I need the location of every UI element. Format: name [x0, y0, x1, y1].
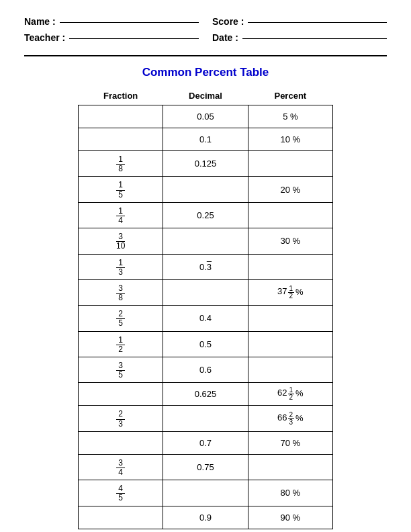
- table-row: 2 3 66 2 3 %: [79, 406, 333, 431]
- cell-percent: 5 %: [248, 105, 332, 128]
- cell-decimal: 0.7: [163, 431, 248, 454]
- name-pair: Name :: [24, 16, 199, 27]
- table-row: 2 5 0.4: [79, 306, 333, 331]
- cell-percent: 37 1 2 %: [248, 279, 332, 305]
- date-label: Date :: [212, 32, 238, 43]
- name-label: Name :: [24, 16, 56, 27]
- date-pair: Date :: [212, 32, 387, 43]
- table-row: 1 3 0.3: [79, 254, 333, 279]
- cell-fraction: [79, 383, 163, 406]
- cell-decimal: [163, 177, 248, 202]
- table-row: 0.7 70 %: [79, 431, 333, 454]
- fraction-display: 4 5: [116, 484, 125, 502]
- cell-fraction: 3 10: [79, 228, 163, 254]
- cell-fraction: [79, 128, 163, 151]
- cell-percent: 30 %: [248, 228, 332, 254]
- fraction-display: 1 5: [116, 181, 125, 199]
- cell-percent: 80 %: [248, 480, 332, 506]
- col-header-decimal: Decimal: [163, 89, 248, 105]
- fraction-display: 2 5: [116, 310, 125, 328]
- cell-percent: [248, 357, 332, 383]
- cell-fraction: 1 4: [79, 202, 163, 228]
- cell-decimal: 0.1: [163, 128, 248, 151]
- cell-fraction: [79, 506, 163, 529]
- date-line: [242, 38, 387, 39]
- table-row: 1 4 0.25: [79, 202, 333, 228]
- cell-percent: [248, 151, 332, 177]
- teacher-label: Teacher :: [24, 32, 65, 43]
- table-row: 0.9 90 %: [79, 506, 333, 529]
- cell-decimal: [163, 228, 248, 254]
- col-header-fraction: Fraction: [79, 89, 163, 105]
- table-row: 3 5 0.6: [79, 357, 333, 383]
- cell-percent: 20 %: [248, 177, 332, 202]
- fraction-display: 1 8: [116, 155, 125, 173]
- cell-fraction: 1 2: [79, 331, 163, 357]
- teacher-line: [69, 38, 199, 39]
- section-divider: [24, 55, 387, 56]
- cell-decimal: 0.125: [163, 151, 248, 177]
- table-row: 1 2 0.5: [79, 331, 333, 357]
- cell-fraction: 1 5: [79, 177, 163, 202]
- cell-fraction: [79, 431, 163, 454]
- cell-fraction: 2 3: [79, 406, 163, 431]
- cell-decimal: 0.4: [163, 306, 248, 331]
- score-line: [248, 22, 387, 23]
- cell-percent: 90 %: [248, 506, 332, 529]
- table-header-row: Fraction Decimal Percent: [79, 89, 333, 105]
- cell-decimal: [163, 480, 248, 506]
- mixed-percent-display: 37 1 2 %: [277, 285, 304, 300]
- fraction-display: 1 4: [116, 207, 125, 225]
- cell-percent: 70 %: [248, 431, 332, 454]
- fraction-display: 3 4: [116, 459, 125, 477]
- cell-decimal: [163, 406, 248, 431]
- fraction-display: 1 2: [116, 336, 125, 354]
- cell-decimal: 0.05: [163, 105, 248, 128]
- fraction-display: 1 3: [116, 259, 125, 277]
- fraction-display: 2 3: [116, 410, 125, 428]
- table-container: Fraction Decimal Percent 0.05 5 % 0.1 10…: [24, 89, 387, 529]
- page-title: Common Percent Table: [24, 66, 387, 79]
- score-label: Score :: [212, 16, 244, 27]
- cell-fraction: 1 3: [79, 254, 163, 279]
- cell-percent: 66 2 3 %: [248, 406, 332, 431]
- table-row: 3 4 0.75: [79, 454, 333, 480]
- mixed-percent-display: 62 1 2 %: [277, 387, 304, 401]
- name-line: [60, 22, 199, 23]
- cell-fraction: 2 5: [79, 306, 163, 331]
- percent-table: Fraction Decimal Percent 0.05 5 % 0.1 10…: [78, 89, 333, 529]
- cell-fraction: 3 8: [79, 279, 163, 305]
- cell-percent: [248, 306, 332, 331]
- cell-decimal: 0.5: [163, 331, 248, 357]
- teacher-row: Teacher : Date :: [24, 32, 387, 43]
- table-row: 3 8 37 1 2 %: [79, 279, 333, 305]
- fraction-display: 3 5: [116, 361, 125, 380]
- cell-fraction: 4 5: [79, 480, 163, 506]
- col-header-percent: Percent: [248, 89, 332, 105]
- cell-fraction: 3 4: [79, 454, 163, 480]
- cell-decimal: 0.25: [163, 202, 248, 228]
- table-row: 4 5 80 %: [79, 480, 333, 506]
- cell-decimal: 0.3: [163, 254, 248, 279]
- cell-decimal: 0.6: [163, 357, 248, 383]
- table-row: 1 8 0.125: [79, 151, 333, 177]
- table-row: 3 10 30 %: [79, 228, 333, 254]
- table-row: 0.625 62 1 2 %: [79, 383, 333, 406]
- fraction-display: 3 10: [114, 232, 127, 251]
- teacher-pair: Teacher :: [24, 32, 199, 43]
- score-pair: Score :: [212, 16, 387, 27]
- cell-decimal: 0.625: [163, 383, 248, 406]
- cell-percent: [248, 454, 332, 480]
- cell-fraction: 3 5: [79, 357, 163, 383]
- fraction-display: 3 8: [116, 284, 125, 302]
- cell-percent: [248, 202, 332, 228]
- cell-decimal: 0.9: [163, 506, 248, 529]
- name-row: Name : Score :: [24, 16, 387, 27]
- cell-percent: 10 %: [248, 128, 332, 151]
- cell-fraction: [79, 105, 163, 128]
- mixed-percent-display: 66 2 3 %: [277, 412, 304, 426]
- cell-percent: 62 1 2 %: [248, 383, 332, 406]
- cell-percent: [248, 331, 332, 357]
- table-row: 0.1 10 %: [79, 128, 333, 151]
- cell-decimal: [163, 279, 248, 305]
